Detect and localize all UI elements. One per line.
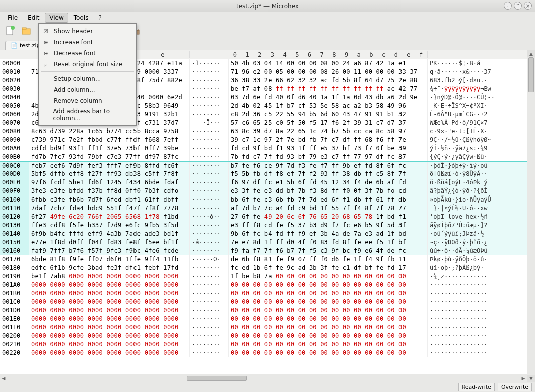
hex-row[interactable]: 001E00000 0000 0000 0000 0000 0000 0000 … — [0, 315, 535, 323]
ascii-cell-1[interactable]: ········ — [190, 230, 229, 238]
ascii-cell-2[interactable]: ã?þãÝ¿{ó·ÿð·?{ðÍ — [428, 187, 506, 195]
hex-cell-2[interactable]: 63 8c 39 d7 8a 22 65 1c 74 b7 5b cc ca 8… — [229, 127, 428, 136]
ascii-cell-1[interactable]: ········ — [190, 298, 229, 306]
hex-cell-2[interactable]: f9 fa f7 7f f6 b7 7f f5 c3 9f bc f9 e6 4… — [229, 247, 428, 255]
ascii-cell-1[interactable]: ········ — [190, 221, 229, 230]
minimize-button[interactable]: · — [504, 2, 512, 10]
hex-row[interactable]: 002200000 0000 0000 0000 0000 0000 0000 … — [0, 349, 535, 357]
hex-cell-1[interactable]: 6f9b b4fc fffd eff9 4a3b 7ade ade3 bd1f — [29, 230, 190, 238]
hex-cell-2[interactable]: bb 6f fe c3 6b fb 7f 7d ed 6f f1 db ff 6… — [229, 195, 428, 204]
ascii-cell-1[interactable]: ········ — [190, 127, 229, 136]
menu-remove-column[interactable]: Remove column — [39, 95, 136, 106]
hex-cell-1[interactable]: 6f27 49fe 6c20 766f 2065 6568 1f78 f1bd — [29, 213, 190, 221]
ascii-cell-2[interactable]: c·9×·"e·t÷[ÌÊ·X· — [428, 127, 506, 136]
hex-cell-2[interactable]: b7 fe f6 ce 9f 7d f3 fe f7 ff 9b ef fd 8… — [229, 162, 428, 170]
vertical-scrollbar[interactable]: ▲ ▼ — [527, 50, 535, 382]
hex-cell-2[interactable]: fd cd 9f bd f1 93 1f ff e5 37 bf 73 f7 0… — [229, 144, 428, 153]
ascii-cell-1[interactable]: ········ — [190, 323, 229, 332]
ascii-cell-2[interactable]: ö·ßüá[oýE·4ôÞk¯ý — [428, 178, 506, 187]
hex-cell-2[interactable]: 00 00 00 00 00 00 00 00 00 00 00 00 00 0… — [229, 315, 428, 323]
hex-cell-2[interactable]: af 7d b7 7c a4 fd c9 bd 1f 55 7f f4 8f 7… — [229, 204, 428, 213]
hex-cell-1[interactable]: 0000 0000 0000 0000 0000 0000 0000 0000 — [29, 298, 190, 306]
ascii-cell-2[interactable]: ·}nýÐ@·Ö@····CÛ¦-· — [428, 93, 506, 102]
menu-edit[interactable]: Edit — [23, 13, 44, 23]
hex-cell-1[interactable]: 7daf 7cb7 fda4 bdc9 551f f47f 7f8f 7778 — [29, 204, 190, 213]
scroll-thumb[interactable] — [528, 57, 534, 92]
ascii-cell-1[interactable]: ·Ï······ — [190, 59, 229, 68]
ascii-cell-2[interactable]: ················ — [428, 306, 506, 315]
scroll-right-icon[interactable]: ▶ — [520, 375, 527, 382]
ascii-cell-2[interactable]: ················ — [428, 340, 506, 349]
hex-row[interactable]: 000F03fe3 e3fe bfdd f37b ff8d 0ff0 7b3f … — [0, 187, 535, 195]
menu-help[interactable]: ? — [94, 13, 106, 23]
ascii-cell-1[interactable]: ········ — [190, 93, 229, 102]
hex-cell-2[interactable]: 00 00 00 00 00 00 00 00 00 00 00 00 00 0… — [229, 298, 428, 306]
ascii-cell-1[interactable]: ········ — [190, 162, 229, 170]
hex-cell-2[interactable]: 00 00 00 00 00 00 00 00 00 00 00 00 00 0… — [229, 340, 428, 349]
hex-cell-1[interactable]: faf9 7ff7 b7f6 f57f 9fc3 f9bc 4fe6 fcde — [29, 247, 190, 255]
hex-cell-2[interactable]: 00 00 00 00 00 00 00 00 00 00 00 00 00 0… — [229, 349, 428, 357]
ascii-cell-2[interactable]: »oþÃkû·}ío·ñÛÿaÿÛ — [428, 195, 506, 204]
hex-cell-1[interactable]: 97f6 fcdf 5be1 fd6f 1245 f434 6bde fdaf — [29, 178, 190, 187]
hex-cell-1[interactable]: 0000 0000 0000 0000 0000 0000 0000 0000 — [29, 289, 190, 298]
ascii-cell-1[interactable]: ········ — [190, 340, 229, 349]
ascii-cell-1[interactable]: ·á······ — [190, 238, 229, 247]
ascii-cell-2[interactable]: WÆe%À_Põ·ö/91Ç×7 — [428, 119, 506, 127]
scroll-down-icon[interactable]: ▼ — [527, 375, 535, 382]
hex-cell-1[interactable]: 0000 0000 0000 0000 0000 0000 0000 0000 — [29, 306, 190, 315]
ascii-cell-2[interactable]: -K·E·÷ÏS^X¬¢³XI· — [428, 102, 506, 110]
hex-cell-2[interactable]: 39 c7 1c 97 2f 7e bd fb 7f c7 df ff 68 f… — [229, 136, 428, 144]
hex-row[interactable]: 00150e77e 1f8d d0ff f04f fd83 fe8f f5ee … — [0, 238, 535, 247]
hex-cell-2[interactable]: 03 7d 6e fd 40 0f d6 40 1a 1f 1a 0d 43 d… — [229, 93, 428, 102]
ascii-cell-2[interactable]: q·â······x&····37 — [428, 68, 506, 76]
ascii-cell-1[interactable]: ········ — [190, 349, 229, 357]
ascii-cell-2[interactable]: ················ — [428, 332, 506, 340]
hscroll-thumb[interactable] — [187, 376, 247, 381]
scroll-left-icon[interactable]: ◀ — [0, 375, 7, 382]
ascii-cell-2[interactable]: ãÿøÍþõ7³Ù÷üæµ·]? — [428, 221, 506, 230]
hex-cell-2[interactable]: 00 00 00 00 00 00 00 00 00 00 00 00 00 0… — [229, 332, 428, 340]
hex-row[interactable]: 000C0feb7 cef6 7d9f fef3 fff7 ef9b 8ffd … — [0, 161, 535, 170]
hex-row[interactable]: 000B0fd7b 7fc7 93fd 79bf c7e3 77ff df97 … — [0, 153, 535, 161]
ascii-cell-1[interactable]: ········ — [190, 264, 229, 272]
hex-row[interactable]: 002000000 0000 0000 0000 0000 0000 0000 … — [0, 332, 535, 340]
hex-cell-1[interactable]: 6bde 81f8 f9fe ff07 d6f0 1ffe 9ff4 11fb — [29, 255, 190, 264]
maximize-button[interactable]: ^ — [514, 2, 522, 10]
hex-cell-1[interactable]: edfc 6f1b 9cfe 3bad fe3f dfc1 febf 17fd — [29, 264, 190, 272]
menu-reset-font[interactable]: ⌕Reset original font size — [39, 59, 136, 70]
ascii-cell-1[interactable]: ········ — [190, 110, 229, 119]
menu-file[interactable]: File — [3, 13, 22, 23]
hex-cell-2[interactable]: 2d 4b 02 45 1f b7 cf 53 5e 58 ac a2 b3 5… — [229, 102, 428, 110]
ascii-cell-1[interactable]: ······Ω· — [190, 255, 229, 264]
hex-cell-1[interactable]: 0000 0000 0000 0000 0000 0000 0000 0000 — [29, 332, 190, 340]
ascii-cell-1[interactable]: ········ — [190, 195, 229, 204]
hex-cell-1[interactable]: 0000 0000 0000 0000 0000 0000 0000 0000 — [29, 315, 190, 323]
hex-row[interactable]: 001006fbb c3fe fb6b 7d7f 6fed dbf1 61ff … — [0, 195, 535, 204]
hex-cell-1[interactable]: 3fe3 e3fe bfdd f37b ff8d 0ff0 7b3f cdfo — [29, 187, 190, 195]
ascii-cell-2[interactable]: ················ — [428, 289, 506, 298]
hex-row[interactable]: 00160faf9 7ff7 b7f6 f57f 9fc3 f9bc 4fe6 … — [0, 247, 535, 255]
ascii-cell-2[interactable]: ¯}·|¤ýÉ½·U·ô··xw — [428, 204, 506, 213]
hex-cell-1[interactable]: feb7 cef6 7d9f fef3 fff7 ef9b 8ffd fc6f — [29, 162, 190, 170]
ascii-cell-1[interactable]: ········ — [190, 85, 229, 93]
hex-cell-2[interactable]: 71 96 e2 00 05 00 00 00 08 26 00 11 00 0… — [229, 68, 428, 76]
hex-row[interactable]: 001706bde 81f8 f9fe ff07 d6f0 1ffe 9ff4 … — [0, 255, 535, 264]
new-file-icon[interactable] — [4, 25, 16, 37]
ascii-cell-2[interactable]: üí·oþ·­;?þÁß¿þý· — [428, 264, 506, 272]
close-button[interactable]: × — [524, 2, 532, 10]
hex-cell-2[interactable]: e3 ff f8 cd fe f5 37 b3 d9 f7 fc e6 b5 9… — [229, 221, 428, 230]
hex-row[interactable]: 001107daf 7cb7 fda4 bdc9 551f f47f 7f8f … — [0, 204, 535, 213]
hex-cell-1[interactable]: 0000 0000 0000 0000 0000 0000 0000 0000 — [29, 281, 190, 289]
ascii-cell-1[interactable]: ········ — [190, 204, 229, 213]
ascii-cell-1[interactable]: ········ — [190, 281, 229, 289]
hex-cell-2[interactable]: 27 6f fe 49 20 6c 6f 76 65 20 68 65 78 1… — [229, 213, 428, 221]
hex-cell-2[interactable]: be f7 af 08 ff ff ff ff ff ff ff ff ff f… — [229, 85, 428, 93]
ascii-cell-2[interactable]: ················ — [428, 349, 506, 357]
hex-cell-2[interactable]: 57 c6 65 25 c0 5f 50 f5 17 f6 2f 39 31 c… — [229, 119, 428, 127]
hex-cell-2[interactable]: f6 97 df fc e1 5b 6f fd 45 12 34 f4 de 6… — [229, 178, 428, 187]
hex-cell-1[interactable]: 0000 0000 0000 0000 0000 0000 0000 0000 — [29, 323, 190, 332]
scroll-up-icon[interactable]: ▲ — [527, 50, 535, 57]
hex-cell-2[interactable]: 00 00 00 00 00 00 00 00 00 00 00 00 00 0… — [229, 323, 428, 332]
ascii-cell-1[interactable]: ········ — [190, 332, 229, 340]
hex-cell-1[interactable]: 8c63 d739 228a 1c65 b774 cc5b 8cca 9758 — [29, 127, 190, 136]
